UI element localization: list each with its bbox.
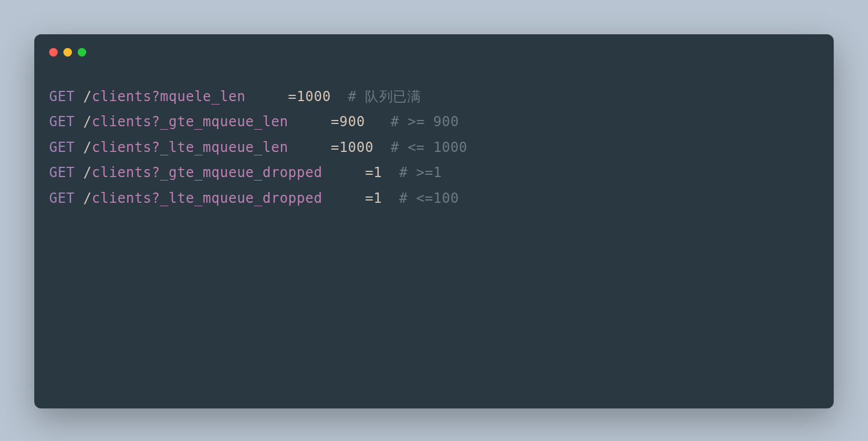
- code-window: GET /clients?mquele_len =1000 # 队列已满 GET…: [34, 34, 834, 408]
- equals: =: [331, 139, 339, 155]
- param-value: 1: [373, 165, 382, 181]
- code-block: GET /clients?mquele_len =1000 # 队列已满 GET…: [34, 57, 834, 226]
- maximize-icon[interactable]: [78, 48, 86, 57]
- slash: /: [75, 114, 92, 130]
- slash: /: [75, 139, 92, 155]
- slash: /: [75, 165, 92, 181]
- equals: =: [365, 190, 373, 206]
- request-path: clients?_gte_mqueue_dropped: [92, 165, 323, 181]
- code-comment: # >=1: [399, 165, 442, 181]
- code-comment: # 队列已满: [348, 89, 421, 105]
- request-path: clients?mquele_len: [92, 89, 246, 105]
- param-value: 900: [339, 114, 365, 130]
- param-value: 1000: [339, 139, 373, 155]
- param-value: 1000: [297, 89, 331, 105]
- close-icon[interactable]: [49, 48, 58, 57]
- http-method: GET: [49, 114, 75, 130]
- slash: /: [75, 190, 92, 206]
- window-titlebar: [34, 34, 834, 57]
- code-comment: # <=100: [399, 190, 459, 206]
- http-method: GET: [49, 190, 75, 206]
- http-method: GET: [49, 89, 75, 105]
- http-method: GET: [49, 165, 75, 181]
- code-line: GET /clients?_gte_mqueue_len =900 # >= 9…: [49, 109, 819, 134]
- equals: =: [288, 89, 297, 105]
- request-path: clients?_lte_mqueue_dropped: [92, 190, 323, 206]
- code-comment: # >= 900: [391, 114, 459, 130]
- code-line: GET /clients?_lte_mqueue_dropped =1 # <=…: [49, 186, 819, 211]
- code-comment: # <= 1000: [391, 139, 468, 155]
- equals: =: [331, 114, 339, 130]
- minimize-icon[interactable]: [63, 48, 72, 57]
- http-method: GET: [49, 139, 75, 155]
- param-value: 1: [373, 190, 382, 206]
- request-path: clients?_gte_mqueue_len: [92, 114, 288, 130]
- code-line: GET /clients?_gte_mqueue_dropped =1 # >=…: [49, 160, 819, 185]
- request-path: clients?_lte_mqueue_len: [92, 139, 288, 155]
- code-line: GET /clients?mquele_len =1000 # 队列已满: [49, 84, 819, 109]
- equals: =: [365, 165, 373, 181]
- slash: /: [75, 89, 92, 105]
- code-line: GET /clients?_lte_mqueue_len =1000 # <= …: [49, 135, 819, 160]
